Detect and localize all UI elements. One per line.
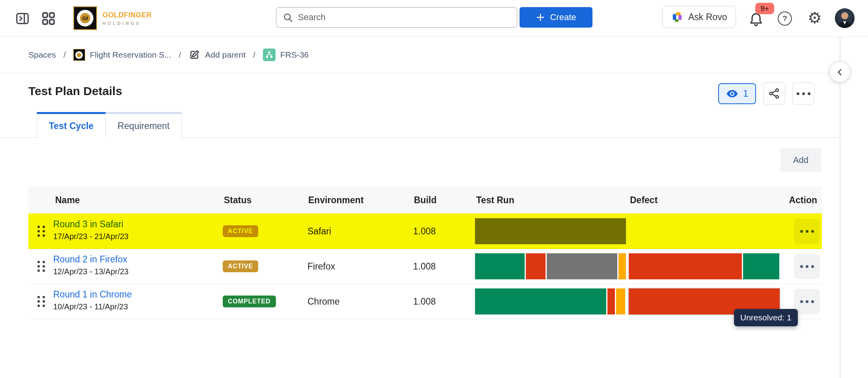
drag-handle-icon[interactable] (37, 296, 45, 307)
environment-cell: Firefox (307, 261, 335, 272)
test-run-bar[interactable] (475, 218, 626, 244)
breadcrumb-spaces[interactable]: Spaces (28, 50, 56, 60)
page: Gf GOLDFINGER HOLDINGS Create (0, 0, 868, 378)
build-cell: 1.008 (413, 226, 436, 237)
bar-segment-failed (607, 288, 615, 314)
notifications-count-badge: 9+ (755, 3, 774, 14)
brand-name: GOLDFINGER (102, 11, 152, 19)
add-parent-label: Add parent (205, 50, 246, 60)
status-badge: ACTIVE (223, 260, 258, 272)
watch-count: 1 (743, 88, 748, 99)
bar-segment-passed (475, 253, 525, 279)
column-header-test-run: Test Run (476, 195, 514, 206)
bar-segment-unexecuted (475, 218, 626, 244)
add-parent-button[interactable]: Add parent (188, 49, 246, 61)
ellipsis-icon (800, 265, 814, 268)
avatar-photo (835, 8, 855, 28)
bar-segment-passed (475, 288, 606, 314)
tab-test-cycle[interactable]: Test Cycle (37, 112, 106, 138)
space-logo-icon (73, 49, 85, 61)
build-cell: 1.008 (413, 261, 436, 272)
bar-segment-in_progress (618, 253, 626, 279)
question-icon: ? (782, 14, 787, 23)
create-button[interactable]: Create (520, 7, 592, 28)
breadcrumb-issue[interactable]: FRS-36 (263, 49, 309, 61)
user-avatar[interactable] (835, 8, 855, 28)
breadcrumb-bar: Spaces / Flight Reservation S... / Add p… (0, 37, 840, 73)
bar-segment-resolved (743, 253, 779, 279)
brand-logo[interactable]: Gf GOLDFINGER HOLDINGS (73, 6, 152, 30)
watch-button[interactable]: 1 (718, 83, 756, 104)
rovo-logo-icon (671, 11, 683, 23)
test-run-bar[interactable] (475, 253, 626, 279)
edit-pencil-icon (188, 49, 200, 61)
ask-rovo-button[interactable]: Ask Rovo (662, 6, 736, 28)
bar-segment-unresolved (629, 253, 742, 279)
settings-button[interactable]: ⚙ (806, 8, 824, 28)
bell-icon (748, 12, 764, 28)
test-run-bar[interactable] (475, 288, 626, 314)
breadcrumb-issue-key: FRS-36 (280, 50, 309, 60)
brand-logo-mark: Gf (73, 6, 97, 30)
expand-sidebar-button[interactable] (13, 9, 32, 28)
column-header-action: Action (789, 195, 817, 206)
breadcrumb-space[interactable]: Flight Reservation S... (73, 49, 171, 61)
drag-handle-icon[interactable] (37, 226, 45, 237)
gear-icon: ⚙ (808, 9, 822, 27)
column-header-build: Build (414, 195, 437, 206)
share-icon (769, 88, 780, 99)
defect-bar[interactable] (629, 218, 780, 244)
table-header-row: Name Status Environment Build Test Run D… (28, 186, 822, 214)
defect-tooltip: Unresolved: 1 (734, 309, 798, 326)
page-more-options-button[interactable] (792, 82, 814, 105)
column-header-status: Status (224, 195, 251, 206)
eye-icon (726, 89, 738, 98)
environment-cell: Chrome (307, 296, 340, 307)
test-cycle-dates: 12/Apr/23 - 13/Apr/23 (53, 267, 129, 276)
page-title: Test Plan Details (28, 84, 122, 98)
status-badge: ACTIVE (223, 225, 258, 237)
add-button[interactable]: Add (780, 148, 821, 172)
test-plan-icon (263, 49, 276, 61)
ask-rovo-label: Ask Rovo (688, 12, 727, 22)
drag-handle-icon[interactable] (37, 261, 45, 272)
collapse-panel-button[interactable] (829, 62, 850, 82)
global-search[interactable] (276, 7, 517, 28)
column-header-name: Name (55, 195, 80, 206)
row-more-options-button[interactable] (794, 219, 820, 244)
status-badge: COMPLETED (223, 296, 276, 307)
row-more-options-button[interactable] (794, 254, 820, 279)
plus-icon (536, 13, 545, 22)
brand-monogram: Gf (80, 13, 90, 23)
search-input[interactable] (298, 12, 510, 22)
test-cycle-dates: 10/Apr/23 - 11/Apr/23 (53, 302, 128, 311)
chevron-left-icon (835, 67, 845, 77)
breadcrumb-separator: / (179, 50, 181, 60)
share-button[interactable] (763, 82, 785, 105)
breadcrumb-space-name: Flight Reservation S... (90, 50, 171, 60)
right-panel-divider (840, 37, 840, 378)
app-switcher-button[interactable] (39, 9, 58, 28)
tab-requirement[interactable]: Requirement (106, 112, 182, 138)
ellipsis-icon (797, 92, 810, 95)
row-more-options-button[interactable] (794, 289, 820, 314)
tabs: Test Cycle Requirement (37, 112, 182, 138)
app-switcher-grid-icon (41, 11, 56, 26)
top-navigation-bar: Gf GOLDFINGER HOLDINGS Create (0, 0, 868, 37)
column-header-defect: Defect (630, 195, 658, 206)
environment-cell: Safari (307, 226, 331, 237)
bar-segment-unexecuted (547, 253, 617, 279)
defect-bar[interactable] (629, 253, 780, 279)
bar-segment-failed (526, 253, 546, 279)
page-actions: 1 (718, 82, 814, 105)
bar-segment-in_progress (616, 288, 625, 314)
test-cycle-link[interactable]: Round 2 in Firefox (53, 254, 127, 265)
table-row: Round 2 in Firefox 12/Apr/23 - 13/Apr/23… (28, 249, 822, 284)
test-cycle-link[interactable]: Round 3 in Safari (53, 219, 123, 230)
test-cycle-dates: 17/Apr/23 - 21/Apr/23 (53, 232, 129, 241)
help-button[interactable]: ? (778, 11, 792, 26)
build-cell: 1.008 (413, 296, 436, 307)
test-cycle-link[interactable]: Round 1 in Chrome (53, 289, 132, 300)
column-header-environment: Environment (308, 195, 364, 206)
expand-sidebar-icon (15, 11, 30, 26)
